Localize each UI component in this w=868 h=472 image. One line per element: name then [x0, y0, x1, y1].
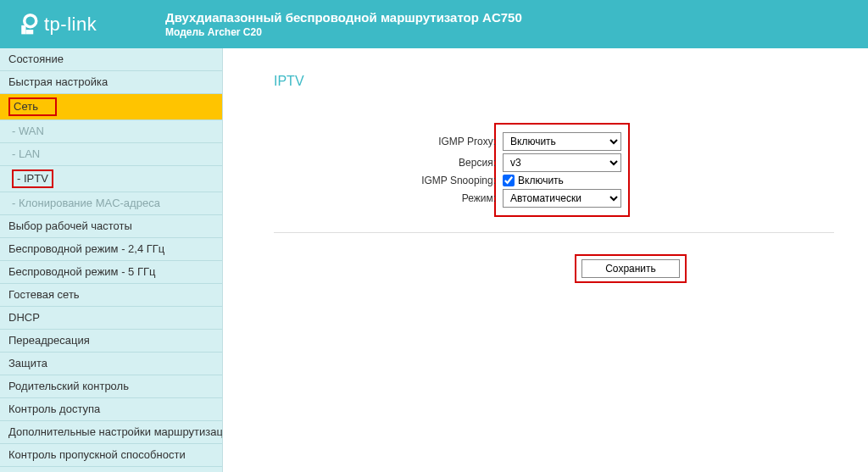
brand-logo: tp-link — [17, 13, 165, 36]
sidebar-item-14[interactable]: Родительский контроль — [0, 375, 222, 398]
sidebar: СостояниеБыстрая настройкаСеть- WAN- LAN… — [0, 48, 223, 472]
sidebar-item-4[interactable]: - LAN — [0, 143, 222, 166]
sidebar-item-7[interactable]: Выбор рабочей частоты — [0, 215, 222, 238]
svg-rect-2 — [26, 30, 34, 34]
sidebar-item-16[interactable]: Дополнительные настройки маршрутизации — [0, 421, 222, 444]
sidebar-item-5[interactable]: - IPTV — [0, 166, 222, 192]
save-button[interactable]: Сохранить — [581, 259, 680, 278]
sidebar-item-17[interactable]: Контроль пропускной способности — [0, 444, 222, 467]
header-model: Модель Archer C20 — [165, 26, 522, 38]
tplink-logo-icon — [17, 13, 41, 36]
mode-select[interactable]: Автоматически — [503, 189, 621, 208]
sidebar-item-0[interactable]: Состояние — [0, 48, 222, 71]
iptv-settings-block: IGMP Proxy: Включить Версия: v3 IGMP Sno… — [494, 123, 630, 217]
sidebar-item-18[interactable]: Привязка IP- и MAC-адресов — [0, 467, 222, 472]
main-content: IPTV IGMP Proxy: Включить Версия: v3 IGM… — [223, 48, 868, 472]
sidebar-item-10[interactable]: Гостевая сеть — [0, 284, 222, 307]
svg-point-0 — [25, 14, 36, 26]
sidebar-item-12[interactable]: Переадресация — [0, 330, 222, 353]
sidebar-item-2[interactable]: Сеть — [0, 94, 222, 120]
igmp-proxy-select[interactable]: Включить — [503, 132, 621, 151]
brand-name: tp-link — [44, 14, 97, 36]
igmp-snooping-label: IGMP Snooping: — [403, 175, 496, 186]
sidebar-item-13[interactable]: Защита — [0, 353, 222, 375]
mode-label: Режим: — [403, 192, 496, 204]
header-titles: Двухдиапазонный беспроводной маршрутизат… — [165, 10, 522, 38]
sidebar-item-3[interactable]: - WAN — [0, 120, 222, 143]
sidebar-item-6[interactable]: - Клонирование MAC-адреса — [0, 192, 222, 215]
igmp-snooping-check-label: Включить — [518, 175, 564, 186]
igmp-proxy-label: IGMP Proxy: — [403, 136, 496, 147]
sidebar-item-15[interactable]: Контроль доступа — [0, 398, 222, 421]
header-title: Двухдиапазонный беспроводной маршрутизат… — [165, 10, 522, 25]
form-divider — [274, 232, 834, 233]
sidebar-item-8[interactable]: Беспроводной режим - 2,4 ГГц — [0, 238, 222, 261]
sidebar-item-11[interactable]: DHCP — [0, 307, 222, 330]
version-label: Версия: — [403, 157, 496, 169]
save-highlight: Сохранить — [575, 254, 687, 283]
svg-rect-1 — [21, 25, 25, 34]
page-title: IPTV — [274, 74, 834, 89]
version-select[interactable]: v3 — [503, 153, 621, 172]
sidebar-item-1[interactable]: Быстрая настройка — [0, 71, 222, 94]
igmp-snooping-checkbox[interactable] — [503, 175, 515, 186]
header-bar: tp-link Двухдиапазонный беспроводной мар… — [0, 0, 868, 48]
sidebar-item-9[interactable]: Беспроводной режим - 5 ГГц — [0, 261, 222, 284]
